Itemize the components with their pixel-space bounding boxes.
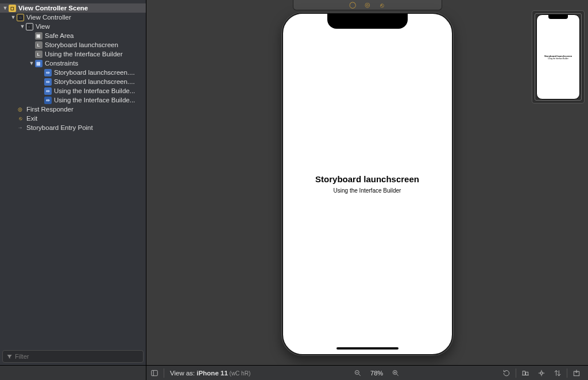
outline-constraints-group[interactable]: ▼ ▦ Constraints: [0, 59, 146, 68]
outline-item-label: Constraints: [45, 60, 78, 67]
canvas-bottom-bar: View as: iPhone 11 (wC hR) 78%: [0, 365, 588, 380]
outline-item-label: Using the Interface Builde...: [54, 97, 135, 103]
view-as-prefix: View as:: [170, 370, 196, 377]
constraint-icon: ⇔: [44, 97, 52, 104]
outline-safe-area[interactable]: ▣ Safe Area: [0, 31, 146, 40]
toggle-outline-button[interactable]: [146, 366, 163, 381]
svg-rect-14: [540, 372, 543, 374]
embed-in-button[interactable]: [568, 366, 585, 381]
exit-icon: ⎋: [16, 114, 24, 122]
entry-point-icon: →: [16, 124, 24, 132]
scene-dock[interactable]: ◯ ◎ ⎋: [293, 0, 442, 10]
constraint-icon: ⇔: [44, 87, 52, 95]
outline-item-label: Using the Interface Builder: [45, 51, 123, 57]
outline-item-label: Storyboard Entry Point: [26, 124, 93, 131]
outline-constraint[interactable]: ⇔ Using the Interface Builde...: [0, 86, 146, 95]
zoom-percentage[interactable]: 78%: [370, 370, 383, 377]
view-as-device: iPhone 11: [196, 370, 227, 377]
svg-rect-12: [526, 372, 528, 375]
add-constraints-button[interactable]: [533, 366, 550, 381]
outline-exit[interactable]: ⎋ Exit: [0, 114, 146, 123]
launchscreen-subtitle-label[interactable]: Using the Interface Builder: [334, 187, 401, 194]
constraint-icon: ⇔: [44, 69, 52, 76]
outline-item-label: Storyboard launchscreen....: [54, 78, 135, 85]
view-controller-icon: ◯: [17, 14, 24, 21]
outline-constraint[interactable]: ⇔ Storyboard launchscreen....: [0, 68, 146, 77]
device-preview-frame[interactable]: Storyboard launchscreen Using the Interf…: [282, 13, 453, 355]
outline-constraint[interactable]: ⇔ Using the Interface Builde...: [0, 95, 146, 105]
document-outline-panel: ▼ ◻ View Controller Scene ▼ ◯ View Contr…: [0, 0, 146, 365]
outline-filter-input[interactable]: [15, 353, 140, 360]
outline-item-label: Storyboard launchscreen: [45, 41, 118, 48]
outline-tree[interactable]: ▼ ◻ View Controller Scene ▼ ◯ View Contr…: [0, 0, 146, 348]
safe-area-icon: ▣: [35, 32, 42, 40]
separator: [567, 369, 567, 378]
label-icon: L: [35, 41, 42, 49]
outline-entry-point[interactable]: → Storyboard Entry Point: [0, 123, 146, 132]
outline-filter-field[interactable]: [2, 350, 144, 363]
zoom-controls: 78%: [344, 366, 409, 381]
disclosure-triangle-icon[interactable]: ▼: [20, 24, 25, 29]
disclosure-triangle-icon[interactable]: ▼: [29, 60, 34, 66]
exit-dock-icon[interactable]: ⎋: [379, 2, 386, 9]
canvas-minimap[interactable]: Storyboard launchscreen Using the Interf…: [532, 10, 585, 103]
outline-item-label: View: [36, 23, 50, 30]
first-responder-dock-icon[interactable]: ◎: [364, 2, 371, 9]
minimap-subtitle: Using the Interface Builder: [537, 57, 579, 60]
outline-item-label: Safe Area: [45, 32, 74, 39]
view-as-control[interactable]: View as: iPhone 11 (wC hR): [165, 370, 255, 377]
separator: [516, 369, 516, 378]
outline-item-label: Using the Interface Builde...: [54, 87, 135, 94]
view-controller-dock-icon[interactable]: ◯: [349, 2, 356, 9]
home-indicator: [336, 347, 399, 350]
device-content-area: Storyboard launchscreen Using the Interf…: [283, 14, 452, 354]
constraints-group-icon: ▦: [35, 60, 42, 67]
svg-rect-11: [523, 371, 525, 375]
disclosure-triangle-icon[interactable]: ▼: [10, 14, 16, 20]
update-frames-button[interactable]: [498, 366, 514, 381]
outline-item-label: View Controller: [26, 14, 71, 21]
launchscreen-title-label[interactable]: Storyboard launchscreen: [315, 174, 419, 184]
interface-builder-canvas[interactable]: ◯ ◎ ⎋ Storyboard launchscreen Using the …: [146, 0, 588, 365]
label-icon: L: [35, 51, 42, 58]
outline-item-label: Exit: [26, 115, 37, 122]
zoom-out-button[interactable]: [350, 366, 366, 381]
outline-scene-label: View Controller Scene: [18, 5, 88, 11]
view-as-traits: (wC hR): [228, 370, 250, 377]
outline-label-subtitle[interactable]: L Using the Interface Builder: [0, 49, 146, 59]
outline-view[interactable]: ▼ ▢ View: [0, 22, 146, 31]
outline-scene-header[interactable]: ▼ ◻ View Controller Scene: [0, 3, 146, 13]
resolve-issues-button[interactable]: [550, 366, 566, 381]
view-icon: ▢: [26, 23, 33, 30]
outline-first-responder[interactable]: ◎ First Responder: [0, 105, 146, 114]
filter-icon: [6, 354, 13, 360]
disclosure-triangle-icon[interactable]: ▼: [2, 5, 8, 11]
align-button[interactable]: [517, 366, 533, 381]
first-responder-icon: ◎: [16, 105, 24, 113]
outline-constraint[interactable]: ⇔ Storyboard launchscreen....: [0, 77, 146, 86]
zoom-in-button[interactable]: [388, 366, 404, 381]
minimap-device: Storyboard launchscreen Using the Interf…: [536, 14, 580, 99]
separator: [164, 369, 164, 378]
svg-line-5: [359, 374, 361, 375]
svg-line-8: [397, 374, 399, 375]
svg-rect-2: [152, 370, 158, 375]
storyboard-scene-icon: ◻: [9, 5, 16, 12]
outline-label-title[interactable]: L Storyboard launchscreen: [0, 40, 146, 49]
outline-item-label: Storyboard launchscreen....: [54, 69, 135, 76]
outline-item-label: First Responder: [26, 106, 74, 113]
outline-view-controller[interactable]: ▼ ◯ View Controller: [0, 13, 146, 22]
constraint-icon: ⇔: [44, 78, 52, 86]
